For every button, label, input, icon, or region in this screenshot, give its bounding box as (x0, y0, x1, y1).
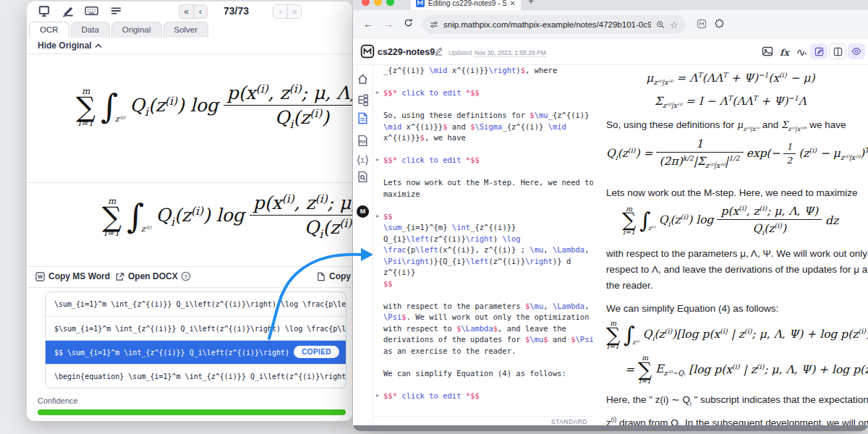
editor-line: derivations of the updates for $\mu$ and… (373, 334, 593, 346)
preview-mode-button[interactable] (848, 43, 865, 59)
preview-p5: Here, the " z(i) ∼ Qi " subscript indica… (606, 392, 868, 425)
editor-line: x^{(i)}}$, we have (373, 132, 593, 144)
snip-tab-ocr[interactable]: OCR (29, 22, 69, 38)
fold-triangle-icon[interactable]: ▸ (376, 156, 379, 163)
editor-line: \Psi\right)}{Q_{i}\left(z^{(i)}\right)} … (373, 256, 593, 268)
external-link-icon (115, 272, 124, 281)
bookmark-star-icon[interactable]: ☆ (670, 20, 678, 30)
latex-format-list: \sum_{i=1}^m \int_{z^{(i)}} Q_i\left(z^{… (45, 292, 346, 388)
fold-triangle-icon[interactable]: ▸ (376, 392, 379, 399)
preview-text-line: with respect to the parameters μ, Λ, Ψ. … (606, 246, 868, 262)
preview-p1: So, using these definitions for μz⁽ⁱ⁾|x⁽… (606, 117, 846, 137)
editor-line: as an exercise to the reader. (373, 346, 593, 357)
page-counter: 73/73 (224, 5, 249, 17)
rendered-preview: μz⁽ⁱ⁾|x⁽ⁱ⁾ = ΛT(ΛΛT + Ψ)−1(x(i) − μ) Σz⁽… (593, 65, 868, 425)
editor-line (373, 200, 593, 211)
note-title[interactable]: cs229-notes9 (378, 47, 435, 57)
user-avatar[interactable]: M (357, 205, 369, 218)
latex-format-row[interactable]: \begin{equation} \sum_{i=1}^m \int_{z^{(… (46, 364, 346, 388)
nav-prev-button[interactable]: ‹ (193, 5, 207, 18)
nav-prev-group[interactable]: « ‹ (179, 4, 208, 19)
handwriting-icon[interactable] (796, 46, 808, 57)
nav-next-group[interactable]: › » (273, 4, 302, 19)
editor-line: with respect to the parameters $\mu, \La… (373, 301, 593, 312)
snip-tab-data[interactable]: Data (71, 22, 110, 38)
preview-eq-q: Qi(z(i)) = 1(2π)k/2|Σz⁽ⁱ⁾|x⁽ⁱ⁾|1/2 exp(−… (606, 137, 868, 169)
site-settings-icon[interactable] (430, 20, 438, 29)
editor-line (373, 357, 593, 368)
nav-last-button[interactable]: » (287, 5, 301, 18)
updated-date[interactable]: Nov 30, 2023, 1:55:29 PM (475, 49, 546, 57)
forward-button[interactable]: → (383, 18, 393, 30)
editor-line (373, 166, 593, 178)
insert-equation-icon[interactable]: fx (780, 47, 789, 58)
preview-text-line: respect to Λ, and leave the derivations … (606, 262, 868, 278)
pdf-icon[interactable]: PDF (357, 135, 370, 148)
snip-keyboard-icon[interactable] (85, 5, 99, 18)
latex-format-row[interactable]: $$ \sum_{i=1}^m \int_{z^{(i)}} Q_i\left(… (46, 340, 346, 364)
svg-text:PDF: PDF (359, 140, 367, 144)
insert-image-icon[interactable] (762, 46, 773, 57)
fold-triangle-icon[interactable]: ▸ (376, 89, 379, 95)
split-view-button[interactable] (829, 43, 846, 59)
rename-icon[interactable] (434, 46, 443, 56)
edit-mode-button[interactable] (810, 43, 827, 59)
latex-format-row[interactable]: \sum_{i=1}^m \int_{z^{(i)}} Q_i\left(z^{… (46, 292, 346, 316)
mathpix-logo[interactable] (360, 44, 375, 59)
copy-png-button[interactable]: Copy PN (316, 271, 352, 281)
snip-lines-icon[interactable] (110, 5, 124, 18)
chevron-up-icon (95, 43, 102, 48)
svg-text:?: ? (184, 273, 188, 280)
preview-text-line: Here, the " z(i) ∼ Qi " subscript indica… (606, 392, 868, 412)
updated-label: Updated (448, 49, 472, 56)
copy-ms-word-button[interactable]: W Copy MS Word (35, 271, 110, 281)
latex-format-row[interactable]: $\sum_{i=1}^m \int_{z^{(i)}} Q_i\left(z^… (46, 316, 346, 340)
close-window-button[interactable] (362, 0, 370, 6)
notes-icon[interactable] (357, 112, 370, 125)
snip-pen-icon[interactable] (61, 5, 76, 18)
nav-next-button[interactable]: › (273, 5, 287, 18)
editor-line: ▸$$* click to edit *$$ (373, 391, 593, 402)
back-button[interactable]: ← (363, 18, 373, 30)
markdown-editor[interactable]: _{z^{(i)} \mid x^{(i)}}\right)$, where▸$… (373, 65, 593, 416)
hide-original-toggle[interactable]: Hide Original (38, 41, 102, 51)
browser-tab[interactable]: Editing cs229-notes9 - Snip ✕ (411, 0, 521, 10)
browser-tabstrip: Editing cs229-notes9 - Snip ✕ + (353, 0, 868, 10)
search-doc-icon[interactable] (357, 171, 370, 184)
editor-line: \mid x^{(i)}}$ and $\Sigma_{z^{(i)} \mid (373, 122, 593, 133)
help-icon[interactable]: ? (181, 271, 191, 281)
home-icon[interactable] (357, 73, 370, 86)
preview-eq-sigma: Σz⁽ⁱ⁾|x⁽ⁱ⁾ = I − ΛT(ΛΛT + Ψ)−1Λ (593, 94, 868, 109)
url-text[interactable]: snip.mathpix.com/mathpix-example/notes/4… (443, 20, 651, 29)
confidence-bar (38, 409, 346, 415)
zoom-icon[interactable] (656, 20, 665, 29)
editor-line: $$ (373, 278, 593, 290)
snip-tab-solver[interactable]: Solver (163, 22, 209, 38)
tab-close-icon[interactable]: ✕ (510, 0, 516, 7)
mathpix-favicon (416, 0, 425, 7)
minimize-window-button[interactable] (374, 0, 382, 6)
reload-button[interactable] (404, 18, 413, 27)
snip-tab-original[interactable]: Original (111, 22, 162, 38)
new-tab-button[interactable]: + (528, 0, 534, 7)
url-bar[interactable]: snip.mathpix.com/mathpix-example/notes/4… (422, 15, 686, 34)
nav-first-button[interactable]: « (179, 5, 193, 18)
equation-sigma-icon[interactable]: Σ (357, 154, 370, 167)
fold-triangle-icon[interactable]: ▸ (376, 213, 379, 219)
extension-app-icon[interactable] (697, 19, 707, 29)
tree-view-icon[interactable] (357, 94, 370, 107)
preview-eq-simplify-1: m∑i=1 ∫z⁽ⁱ⁾ Qi(z(i))[log p(x(i) | z(i); … (606, 320, 868, 350)
preview-p2: Lets now work out the M-step. Here, we n… (606, 185, 857, 201)
document-icon (316, 272, 326, 281)
editor-line: \Psi$. We will work out only the optimiz… (373, 312, 593, 323)
editor-line: z^{(i)} (373, 267, 593, 278)
preview-p3: with respect to the parameters μ, Λ, Ψ. … (606, 246, 868, 294)
editor-line: ▸$$ (373, 211, 593, 223)
extensions-puzzle-icon[interactable] (715, 19, 725, 29)
open-docx-button[interactable]: Open DOCX (115, 271, 178, 281)
editor-line (373, 99, 593, 111)
snip-crop-icon[interactable] (38, 5, 52, 18)
preview-text-line: the reader. (606, 278, 868, 294)
editor-line: ▸$$* click to edit *$$ (373, 155, 593, 166)
maximize-window-button[interactable] (386, 0, 394, 6)
